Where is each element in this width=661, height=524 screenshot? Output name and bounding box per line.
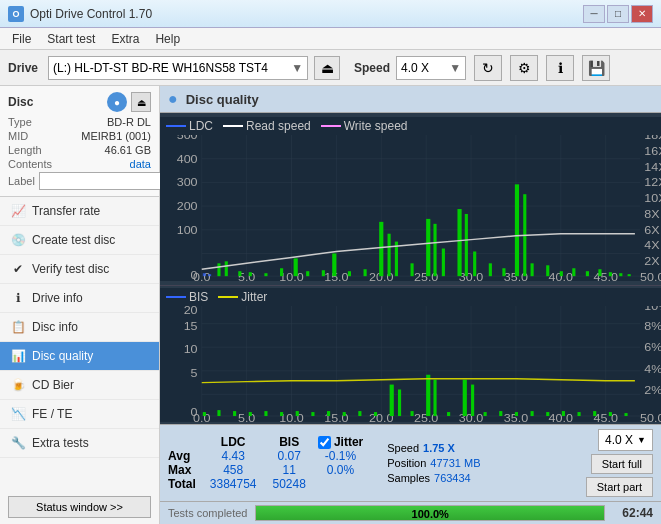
speed-select[interactable]: 4.0 X ▼ (396, 56, 466, 80)
svg-text:10: 10 (184, 343, 198, 357)
length-val: 46.61 GB (105, 144, 151, 156)
position-row: Position 47731 MB (387, 457, 480, 469)
info-icon[interactable]: ℹ (546, 55, 574, 81)
save-icon[interactable]: 💾 (582, 55, 610, 81)
disc-eject-icon[interactable]: ⏏ (131, 92, 151, 112)
svg-text:5: 5 (191, 366, 198, 380)
jitter-avg: -0.1% (314, 449, 367, 463)
speed-val: 1.75 X (423, 442, 455, 454)
svg-rect-134 (447, 412, 450, 416)
speed-dropdown-val: 4.0 X (605, 433, 633, 447)
minimize-button[interactable]: ─ (583, 5, 605, 23)
svg-rect-119 (233, 411, 236, 416)
disc-info-icon: 📋 (10, 319, 26, 335)
disc-info-panel: Disc ● ⏏ Type BD-R DL MID MEIRB1 (001) L… (0, 86, 159, 197)
jitter-legend: Jitter (218, 290, 267, 304)
svg-rect-77 (609, 272, 612, 276)
jitter-max: 0.0% (314, 463, 367, 477)
svg-rect-142 (562, 411, 565, 416)
samples-val: 763434 (434, 472, 471, 484)
svg-text:10%: 10% (644, 306, 661, 313)
start-part-button[interactable]: Start part (586, 477, 653, 497)
mid-val: MEIRB1 (001) (81, 130, 151, 142)
svg-rect-75 (586, 271, 589, 276)
svg-text:10X: 10X (644, 191, 661, 205)
sidebar-item-extra-tests[interactable]: 🔧 Extra tests (0, 429, 159, 458)
svg-rect-123 (296, 411, 299, 416)
progress-track: 100.0% (255, 505, 605, 521)
action-area: 4.0 X ▼ Start full Start part (586, 429, 653, 497)
sidebar-item-label-fe-te: FE / TE (32, 407, 72, 421)
ldc-legend-label: LDC (189, 119, 213, 133)
ldc-total: 3384754 (202, 477, 265, 491)
svg-rect-78 (619, 273, 622, 276)
svg-rect-56 (364, 269, 367, 276)
maximize-button[interactable]: □ (607, 5, 629, 23)
jitter-checkbox[interactable] (318, 436, 331, 449)
svg-text:5.0: 5.0 (238, 411, 256, 422)
svg-rect-67 (489, 263, 492, 276)
sidebar-item-drive-info[interactable]: ℹ Drive info (0, 284, 159, 313)
svg-rect-131 (411, 411, 414, 416)
sidebar-nav: 📈 Transfer rate 💿 Create test disc ✔ Ver… (0, 197, 159, 490)
menu-help[interactable]: Help (147, 30, 188, 48)
svg-text:12X: 12X (644, 176, 661, 190)
eject-button[interactable]: ⏏ (314, 56, 340, 80)
sidebar: Disc ● ⏏ Type BD-R DL MID MEIRB1 (001) L… (0, 86, 160, 524)
disc-quality-icon: 📊 (10, 348, 26, 364)
sidebar-item-verify-test-disc[interactable]: ✔ Verify test disc (0, 255, 159, 284)
svg-rect-74 (572, 268, 575, 276)
ldc-header: LDC (202, 435, 265, 449)
start-full-button[interactable]: Start full (591, 454, 653, 474)
svg-text:15: 15 (184, 319, 198, 333)
sidebar-item-fe-te[interactable]: 📉 FE / TE (0, 400, 159, 429)
svg-text:2X: 2X (644, 255, 659, 269)
sidebar-item-label-disc-info: Disc info (32, 320, 78, 334)
svg-rect-117 (203, 412, 206, 416)
svg-text:200: 200 (177, 199, 198, 213)
disc-label: Disc (8, 95, 33, 109)
sidebar-item-transfer-rate[interactable]: 📈 Transfer rate (0, 197, 159, 226)
sidebar-item-disc-quality[interactable]: 📊 Disc quality (0, 342, 159, 371)
writespeed-legend: Write speed (321, 119, 408, 133)
main-area: Disc ● ⏏ Type BD-R DL MID MEIRB1 (001) L… (0, 86, 661, 524)
svg-rect-118 (217, 410, 220, 416)
content-title: Disc quality (186, 92, 259, 107)
settings-icon[interactable]: ⚙ (510, 55, 538, 81)
readspeed-legend-color (223, 125, 243, 127)
svg-rect-133 (433, 380, 436, 416)
speed-dropdown[interactable]: 4.0 X ▼ (598, 429, 653, 451)
svg-rect-58 (388, 234, 391, 276)
speed-key: Speed (387, 442, 419, 454)
close-button[interactable]: ✕ (631, 5, 653, 23)
content-header: ● Disc quality (160, 86, 661, 113)
stats-table: LDC BIS Jitter Avg 4.43 0.07 -0.1% (168, 435, 367, 491)
sidebar-item-label-create-test-disc: Create test disc (32, 233, 115, 247)
svg-rect-0 (160, 135, 661, 281)
contents-row: Contents data (8, 158, 151, 170)
sidebar-item-create-test-disc[interactable]: 💿 Create test disc (0, 226, 159, 255)
svg-rect-130 (398, 390, 401, 417)
svg-text:50.0 GB: 50.0 GB (640, 411, 661, 422)
sidebar-item-disc-info[interactable]: 📋 Disc info (0, 313, 159, 342)
refresh-icon[interactable]: ↻ (474, 55, 502, 81)
svg-text:8%: 8% (644, 319, 661, 333)
menu-start-test[interactable]: Start test (39, 30, 103, 48)
svg-rect-76 (598, 269, 601, 276)
drive-select[interactable]: (L:) HL-DT-ST BD-RE WH16NS58 TST4 ▼ (48, 56, 308, 80)
sidebar-item-label-cd-bier: CD Bier (32, 378, 74, 392)
svg-rect-63 (442, 249, 445, 277)
ldc-avg: 4.43 (202, 449, 265, 463)
menu-extra[interactable]: Extra (103, 30, 147, 48)
svg-rect-51 (294, 258, 298, 276)
menu-file[interactable]: File (4, 30, 39, 48)
contents-val: data (130, 158, 151, 170)
status-window-button[interactable]: Status window >> (8, 496, 151, 518)
svg-rect-122 (280, 412, 283, 416)
svg-rect-135 (463, 380, 467, 416)
bis-header: BIS (265, 435, 314, 449)
writespeed-legend-label: Write speed (344, 119, 408, 133)
sidebar-item-cd-bier[interactable]: 🍺 CD Bier (0, 371, 159, 400)
readspeed-legend-label: Read speed (246, 119, 311, 133)
samples-row: Samples 763434 (387, 472, 480, 484)
